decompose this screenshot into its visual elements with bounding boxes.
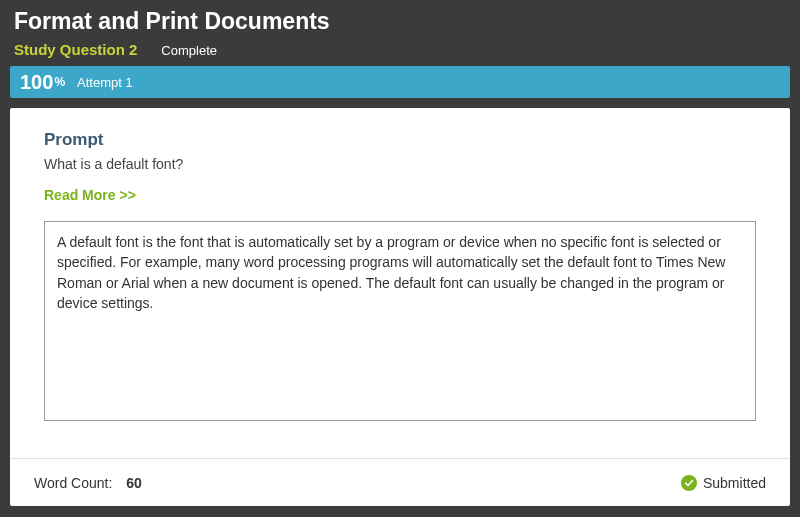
check-circle-icon	[681, 475, 697, 491]
word-count-value: 60	[126, 475, 142, 491]
answer-textarea[interactable]: A default font is the font that is autom…	[44, 221, 756, 421]
percent-symbol: %	[54, 75, 65, 89]
study-question-label: Study Question 2	[14, 41, 137, 58]
submitted-status: Submitted	[681, 475, 766, 491]
prompt-question: What is a default font?	[44, 156, 756, 172]
read-more-link[interactable]: Read More >>	[44, 187, 136, 203]
header-subrow: Study Question 2 Complete	[14, 41, 786, 58]
attempt-label: Attempt 1	[77, 75, 133, 90]
submitted-label: Submitted	[703, 475, 766, 491]
score-bar: 100% Attempt 1	[10, 66, 790, 98]
card-footer: Word Count: 60 Submitted	[10, 458, 790, 506]
word-count: Word Count: 60	[34, 475, 142, 491]
prompt-heading: Prompt	[44, 130, 756, 150]
card-inner: Prompt What is a default font? Read More…	[10, 108, 790, 421]
score-value: 100	[20, 71, 53, 94]
word-count-label: Word Count:	[34, 475, 112, 491]
app-frame: Format and Print Documents Study Questio…	[0, 0, 800, 517]
header: Format and Print Documents Study Questio…	[0, 0, 800, 66]
content-card: Prompt What is a default font? Read More…	[10, 108, 790, 506]
status-label: Complete	[161, 43, 217, 58]
page-title: Format and Print Documents	[14, 8, 786, 35]
